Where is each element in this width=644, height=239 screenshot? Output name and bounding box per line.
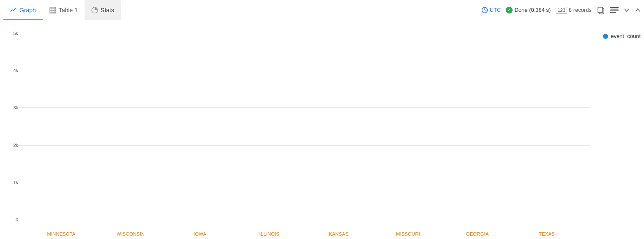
tab-bar: Graph Table 1 Stats — [3, 0, 121, 20]
svg-rect-13 — [610, 9, 619, 11]
y-label-5k: 5k — [3, 31, 18, 36]
header: Graph Table 1 Stats — [0, 0, 644, 20]
table-icon — [49, 7, 56, 14]
bar-label: GEORGIA — [443, 222, 512, 239]
bar-label: ILLINOIS — [235, 222, 304, 239]
chevron-up-icon[interactable] — [635, 8, 641, 12]
svg-rect-14 — [610, 12, 616, 13]
labels-row: MINNESOTAWISCONSINIOWAILLINOISKANSASMISS… — [18, 222, 590, 239]
timezone-badge[interactable]: UTC — [481, 7, 501, 14]
y-label-3k: 3k — [3, 105, 18, 110]
bar-label: MINNESOTA — [27, 222, 96, 239]
svg-rect-12 — [610, 7, 619, 8]
header-right: UTC ✓ Done (0.384 s) 123 8 records — [481, 6, 641, 14]
records-badge: 123 8 records — [556, 7, 592, 14]
chart-area: 5k 4k 3k 2k 1k 0 MINNESOTAWISCONSINIOWAI… — [0, 20, 644, 239]
bar-label: WISCONSIN — [96, 222, 165, 239]
svg-rect-11 — [598, 7, 603, 13]
expand-button[interactable] — [610, 7, 619, 13]
records-icon: 123 — [556, 7, 567, 14]
bar-label: MISSOURI — [374, 222, 443, 239]
y-label-4k: 4k — [3, 68, 18, 73]
stats-icon — [91, 7, 98, 14]
legend-dot — [603, 34, 608, 39]
line-chart-icon — [10, 7, 17, 14]
legend-label: event_count — [611, 33, 641, 39]
y-label-2k: 2k — [3, 143, 18, 148]
tab-graph[interactable]: Graph — [3, 0, 43, 20]
bars-container — [18, 31, 590, 222]
y-label-0: 0 — [3, 217, 18, 222]
check-circle-icon: ✓ — [506, 7, 513, 14]
copy-button[interactable] — [597, 6, 605, 14]
status-badge: ✓ Done (0.384 s) — [506, 7, 551, 14]
tab-stats[interactable]: Stats — [85, 0, 121, 20]
legend-area: event_count — [590, 29, 641, 239]
bar-label: IOWA — [165, 222, 235, 239]
clock-icon — [481, 7, 488, 14]
bar-label: TEXAS — [512, 222, 581, 239]
chart-inner: MINNESOTAWISCONSINIOWAILLINOISKANSASMISS… — [18, 29, 590, 239]
tab-table1[interactable]: Table 1 — [43, 0, 85, 20]
legend: event_count — [603, 33, 641, 39]
y-label-1k: 1k — [3, 180, 18, 185]
y-axis: 5k 4k 3k 2k 1k 0 — [3, 29, 18, 239]
chevron-down-icon[interactable] — [624, 8, 630, 12]
bar-label: KANSAS — [304, 222, 374, 239]
